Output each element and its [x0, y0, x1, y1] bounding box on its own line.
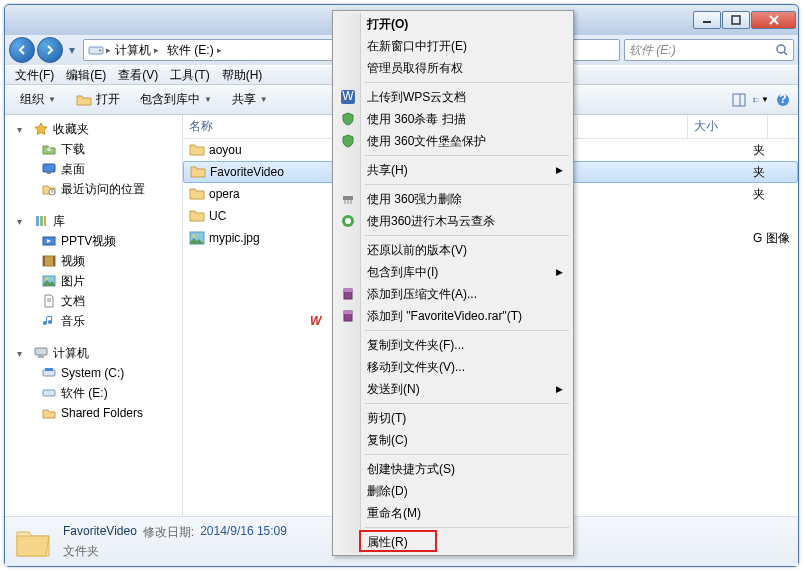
breadcrumb-seg-computer[interactable]: 计算机▸: [111, 40, 163, 60]
context-label: 创建快捷方式(S): [367, 461, 455, 478]
nav-history-dropdown[interactable]: ▾: [65, 37, 79, 63]
nav-downloads[interactable]: 下载: [5, 139, 182, 159]
recent-icon: [41, 181, 57, 197]
details-meta-value: 2014/9/16 15:09: [200, 524, 287, 541]
context-label: 使用 360文件堡垒保护: [367, 133, 486, 150]
svg-point-44: [345, 218, 351, 224]
svg-rect-31: [38, 355, 44, 358]
folder-icon: [189, 186, 205, 202]
preview-pane-button[interactable]: [730, 91, 748, 109]
context-label: 管理员取得所有权: [367, 60, 463, 77]
file-type: 夹: [753, 164, 798, 181]
nav-recent[interactable]: 最近访问的位置: [5, 179, 182, 199]
context-item[interactable]: 属性(R): [335, 531, 571, 553]
svg-rect-46: [344, 289, 352, 292]
help-button[interactable]: ?: [774, 91, 792, 109]
menu-edit[interactable]: 编辑(E): [60, 65, 112, 86]
details-name: FavoriteVideo: [63, 524, 137, 541]
nav-drive-e[interactable]: 软件 (E:): [5, 383, 182, 403]
context-label: 在新窗口中打开(E): [367, 38, 467, 55]
context-item[interactable]: 复制(C): [335, 429, 571, 451]
context-item[interactable]: 移动到文件夹(V)...: [335, 356, 571, 378]
context-item[interactable]: 使用360进行木马云查杀: [335, 210, 571, 232]
context-item[interactable]: 剪切(T): [335, 407, 571, 429]
context-item[interactable]: 包含到库中(I)▶: [335, 261, 571, 283]
desktop-icon: [41, 161, 57, 177]
context-item[interactable]: 使用 360强力删除: [335, 188, 571, 210]
col-type[interactable]: [578, 115, 688, 138]
context-menu: 打开(O)在新窗口中打开(E)管理员取得所有权W上传到WPS云文档使用 360杀…: [332, 10, 574, 556]
search-placeholder: 软件 (E:): [629, 42, 676, 59]
nav-drive-c[interactable]: System (C:): [5, 363, 182, 383]
back-button[interactable]: [9, 37, 35, 63]
svg-rect-34: [43, 390, 55, 396]
context-item[interactable]: 打开(O): [335, 13, 571, 35]
context-item[interactable]: 使用 360文件堡垒保护: [335, 130, 571, 152]
nav-lib-video[interactable]: 视频: [5, 251, 182, 271]
forward-button[interactable]: [37, 37, 63, 63]
minimize-button[interactable]: [693, 11, 721, 29]
nav-lib-documents[interactable]: 文档: [5, 291, 182, 311]
nav-lib-pictures[interactable]: 图片: [5, 271, 182, 291]
svg-rect-48: [344, 311, 352, 314]
context-item[interactable]: 创建快捷方式(S): [335, 458, 571, 480]
nav-lib-pptv[interactable]: PPTV视频: [5, 231, 182, 251]
image-icon: [189, 230, 205, 246]
context-label: 使用 360杀毒 扫描: [367, 111, 466, 128]
svg-rect-16: [43, 164, 55, 172]
context-label: 共享(H): [367, 162, 408, 179]
breadcrumb-seg-drive[interactable]: 软件 (E:)▸: [163, 40, 226, 60]
film-icon: [41, 253, 57, 269]
context-label: 添加到 "FavoriteVideo.rar"(T): [367, 308, 522, 325]
context-item[interactable]: 共享(H)▶: [335, 159, 571, 181]
search-input[interactable]: 软件 (E:): [624, 39, 794, 61]
context-item[interactable]: 复制到文件夹(F)...: [335, 334, 571, 356]
nav-shared-folders[interactable]: Shared Folders: [5, 403, 182, 423]
context-label: 发送到(N): [367, 381, 420, 398]
nav-computer[interactable]: ▾计算机: [5, 343, 182, 363]
document-icon: [41, 293, 57, 309]
svg-rect-25: [53, 256, 55, 266]
context-item[interactable]: 添加到 "FavoriteVideo.rar"(T): [335, 305, 571, 327]
file-name: UC: [209, 209, 226, 223]
search-icon: [775, 43, 789, 57]
menu-file[interactable]: 文件(F): [9, 65, 60, 86]
menu-help[interactable]: 帮助(H): [216, 65, 269, 86]
nav-favorites[interactable]: ▾收藏夹: [5, 119, 182, 139]
nav-libraries[interactable]: ▾库: [5, 211, 182, 231]
context-item[interactable]: 添加到压缩文件(A)...: [335, 283, 571, 305]
svg-rect-8: [733, 94, 745, 106]
menu-view[interactable]: 查看(V): [112, 65, 164, 86]
maximize-button[interactable]: [722, 11, 750, 29]
context-item[interactable]: 管理员取得所有权: [335, 57, 571, 79]
menu-tools[interactable]: 工具(T): [164, 65, 215, 86]
shared-folder-icon: [41, 405, 57, 421]
folder-icon: [190, 164, 206, 180]
context-item[interactable]: 删除(D): [335, 480, 571, 502]
context-item[interactable]: 发送到(N)▶: [335, 378, 571, 400]
share-button[interactable]: 共享▼: [223, 89, 277, 111]
organize-button[interactable]: 组织▼: [11, 89, 65, 111]
include-library-button[interactable]: 包含到库中▼: [131, 89, 221, 111]
context-item[interactable]: W上传到WPS云文档: [335, 86, 571, 108]
nav-lib-music[interactable]: 音乐: [5, 311, 182, 331]
file-name: mypic.jpg: [209, 231, 260, 245]
open-button[interactable]: 打开: [67, 89, 129, 111]
context-item[interactable]: 重命名(M): [335, 502, 571, 524]
star-icon: [33, 121, 49, 137]
context-item[interactable]: 使用 360杀毒 扫描: [335, 108, 571, 130]
col-size[interactable]: 大小: [688, 115, 768, 138]
chevron-right-icon: ▶: [556, 267, 563, 277]
context-separator: [365, 403, 569, 404]
rar-icon: [340, 308, 356, 324]
view-options-button[interactable]: ▼: [752, 91, 770, 109]
nav-desktop[interactable]: 桌面: [5, 159, 182, 179]
context-item[interactable]: 还原以前的版本(V): [335, 239, 571, 261]
context-separator: [365, 527, 569, 528]
svg-rect-33: [45, 368, 53, 371]
close-button[interactable]: [751, 11, 796, 29]
nav-tree: ▾收藏夹 下载 桌面 最近访问的位置 ▾库 PPTV视频 视频 图片 文档 音乐…: [5, 115, 183, 516]
context-item[interactable]: 在新窗口中打开(E): [335, 35, 571, 57]
context-label: 重命名(M): [367, 505, 421, 522]
context-label: 添加到压缩文件(A)...: [367, 286, 477, 303]
